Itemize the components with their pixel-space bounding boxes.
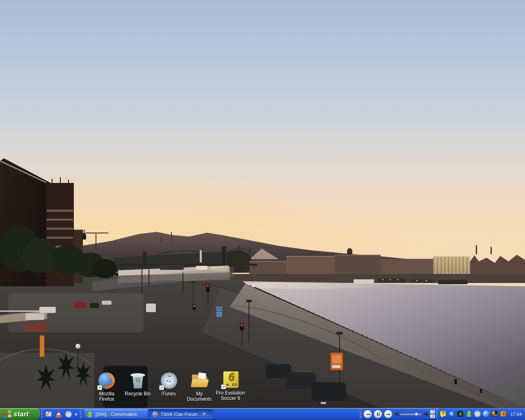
- lit-boat: [196, 266, 208, 270]
- city-skyline: [227, 243, 525, 283]
- red-light: [207, 285, 209, 287]
- icon-label: My Documents: [184, 391, 215, 402]
- volume-knob[interactable]: [415, 412, 418, 416]
- crane-mast: [96, 233, 96, 248]
- help-question-icon[interactable]: ?: [440, 411, 447, 418]
- tray-clock[interactable]: 17:04: [510, 412, 522, 417]
- green-light: [116, 272, 118, 273]
- icon-label: iTunes: [153, 391, 184, 397]
- icon-label: Pro Evolution Soccer 6: [215, 390, 246, 401]
- desktop[interactable]: ↗ Mozilla Firefox ♻ Recycle Bin ♫ ↗ iTun…: [0, 0, 525, 408]
- license-plate: [321, 402, 326, 404]
- white-car: [39, 307, 56, 313]
- firefox-icon: [152, 411, 158, 418]
- itunes-deskband: ◄◄ ►► ❐ ▼: [362, 408, 436, 420]
- itunes-quicklaunch-icon[interactable]: ♪: [65, 411, 72, 418]
- window-title: ||OH|| - Conversation: [95, 412, 137, 417]
- vlc-icon[interactable]: [55, 411, 62, 418]
- blue-sign: [217, 312, 222, 317]
- blue-sign: [217, 307, 222, 311]
- recycle-bin-icon: ♻: [128, 371, 147, 390]
- quick-launch-overflow-chevron[interactable]: »: [75, 411, 78, 418]
- icon-label: Recycle Bin: [122, 391, 153, 397]
- task-buttons: ||OH|| - Conversation TSGK Clan Forum ::…: [82, 408, 213, 420]
- pes6-icon: 6 ES ↗: [221, 370, 240, 389]
- red-car: [74, 302, 87, 308]
- ball-lamp: [75, 344, 80, 349]
- pause-button[interactable]: [374, 410, 382, 418]
- shortcut-arrow-icon: ↗: [221, 384, 226, 389]
- desktop-icon-firefox[interactable]: ↗ Mozilla Firefox: [91, 371, 122, 402]
- quicktime-tray-icon[interactable]: [483, 411, 490, 418]
- taskbar-button-msn-conversation[interactable]: ||OH|| - Conversation: [84, 409, 148, 419]
- xfire-tray-icon[interactable]: X: [457, 411, 464, 418]
- white-van: [146, 304, 156, 312]
- bollard: [480, 389, 482, 393]
- dark-car: [312, 382, 346, 401]
- deskband-dropdown-button[interactable]: ▼: [430, 414, 435, 418]
- firefox-icon: ↗: [97, 371, 116, 390]
- icon-label: Mozilla Firefox: [91, 391, 122, 402]
- barge: [160, 265, 184, 270]
- itunes-tray-icon[interactable]: ♪: [474, 411, 481, 418]
- msn-messenger-tray-icon[interactable]: [466, 411, 472, 418]
- shortcut-arrow-icon: ↗: [159, 385, 164, 390]
- four-color-tray-icon[interactable]: [491, 411, 498, 418]
- next-track-button[interactable]: ►►: [384, 410, 393, 418]
- bridge-pylon: [200, 250, 202, 262]
- desktop-icon-recycle-bin[interactable]: ♻ Recycle Bin: [122, 371, 153, 397]
- volume-low-icon: [394, 412, 398, 416]
- crane: [85, 233, 108, 233]
- hidden-icons-chevron[interactable]: <: [448, 411, 455, 418]
- start-label: start: [14, 411, 29, 418]
- red-light: [241, 324, 243, 326]
- desktop-icon-my-documents[interactable]: My Documents: [184, 371, 215, 402]
- amber-light: [194, 305, 195, 307]
- previous-track-button[interactable]: ◄◄: [363, 410, 372, 418]
- taskbar: start ♪ » ||OH|| - Conversation: [0, 408, 525, 420]
- system-tray: ? < X ♪ 17:04: [436, 408, 525, 420]
- desktop-icon-pes6[interactable]: 6 ES ↗ Pro Evolution Soccer 6: [215, 370, 246, 401]
- show-desktop-icon[interactable]: [45, 411, 52, 418]
- start-button[interactable]: start: [0, 408, 40, 420]
- silver-car: [25, 313, 44, 320]
- winamp-tray-icon[interactable]: [500, 411, 507, 418]
- person: [454, 379, 457, 384]
- taskbar-button-firefox-forum[interactable]: TSGK Clan Forum :: P...: [149, 409, 213, 419]
- deskband-handle[interactable]: [360, 409, 361, 419]
- screen: ↗ Mozilla Firefox ♻ Recycle Bin ♫ ↗ iTun…: [0, 0, 525, 420]
- itunes-icon: ♫ ↗: [159, 371, 178, 390]
- windows-logo-icon: [3, 410, 12, 418]
- desktop-icon-itunes[interactable]: ♫ ↗ iTunes: [153, 371, 184, 397]
- quick-launch-handle[interactable]: [41, 409, 43, 419]
- tv-tower: [171, 232, 172, 242]
- my-documents-icon: [190, 371, 209, 390]
- orange-banner: [40, 336, 44, 357]
- taskbar-handle[interactable]: [80, 409, 82, 419]
- deskband-restore-button[interactable]: ❐: [430, 410, 435, 414]
- quick-launch-bar: ♪ »: [43, 408, 79, 420]
- dark-car: [90, 303, 99, 308]
- antenna: [161, 237, 162, 243]
- window-title: TSGK Clan Forum :: P...: [160, 412, 209, 417]
- shortcut-arrow-icon: ↗: [97, 385, 102, 390]
- white-car: [102, 301, 112, 305]
- volume-high-icon: [423, 412, 428, 416]
- volume-slider[interactable]: [400, 413, 421, 415]
- msn-messenger-icon: [87, 411, 93, 418]
